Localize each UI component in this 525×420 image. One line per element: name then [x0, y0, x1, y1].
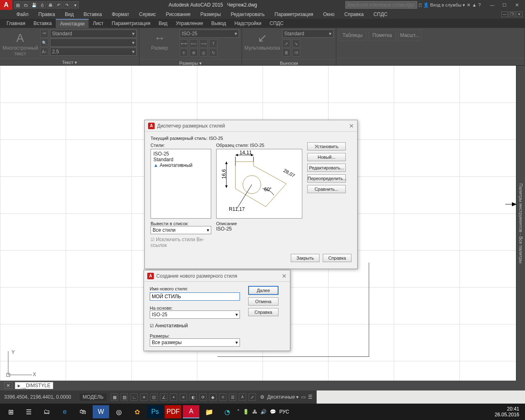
start-button[interactable]: ⊞: [2, 405, 19, 418]
polar-toggle-icon[interactable]: ✶: [140, 393, 148, 401]
mdi-minimize-icon[interactable]: —: [501, 11, 508, 17]
workspace-switch-icon[interactable]: ⚙: [260, 394, 265, 400]
leaderstyle-combo[interactable]: Standard▾: [282, 30, 333, 38]
list-item[interactable]: ▲ Аннотативный: [153, 162, 208, 168]
ortho-toggle-icon[interactable]: ∟: [130, 393, 138, 401]
autocad-icon[interactable]: A: [183, 405, 199, 418]
maximize-button[interactable]: ☐: [499, 1, 510, 9]
panel-text-title[interactable]: Текст ▾: [0, 58, 139, 66]
menu-parametric[interactable]: Параметризация: [274, 11, 313, 17]
grid-toggle-icon[interactable]: ▦: [111, 393, 118, 401]
dim-inspect-icon[interactable]: ◎: [199, 48, 208, 57]
menu-tools[interactable]: Сервис: [139, 11, 156, 17]
system-tray[interactable]: ˄ 🔋 🖧 🔊 💬 РУС: [237, 409, 289, 415]
qp-toggle-icon[interactable]: ☰: [229, 393, 236, 401]
dim-quick-icon[interactable]: ⟸: [189, 39, 198, 48]
tray-network-icon[interactable]: 🖧: [252, 409, 257, 415]
newname-input[interactable]: [150, 292, 240, 301]
multiline-text-button[interactable]: AМногострочный текст: [2, 30, 38, 57]
app2-icon[interactable]: ◔: [219, 405, 235, 418]
tray-lang[interactable]: РУС: [279, 409, 289, 415]
folder-icon[interactable]: 📁: [201, 405, 217, 418]
dyn-toggle-icon[interactable]: +: [170, 393, 177, 401]
command-line[interactable]: ▶__DIMSTYLE: [15, 382, 53, 389]
signin-button[interactable]: 👤 Вход в службы ▾: [423, 2, 465, 8]
multileader-button[interactable]: ↙Мультивыноска: [244, 30, 280, 51]
chrome-icon[interactable]: ◎: [111, 405, 127, 418]
pdf-icon[interactable]: PDF: [165, 405, 181, 418]
3dosnap-toggle-icon[interactable]: ◆: [209, 393, 217, 401]
mdi-close-icon[interactable]: ✕: [516, 11, 523, 17]
lwt-toggle-icon[interactable]: ≡: [180, 393, 187, 401]
annoscale-toggle-icon[interactable]: ⤢: [249, 393, 256, 401]
extra-markup-button[interactable]: Пометка: [369, 30, 396, 41]
qat-undo-icon[interactable]: ↶: [55, 1, 62, 9]
menu-window[interactable]: Окно: [323, 11, 335, 17]
cmdline-close-icon[interactable]: ✕: [4, 382, 12, 389]
dim-break-icon[interactable]: ⤒: [209, 39, 217, 48]
transparency-toggle-icon[interactable]: ◐: [189, 393, 197, 401]
menu-edit[interactable]: Правка: [39, 11, 55, 17]
dimstyle-close-icon[interactable]: ✕: [349, 123, 354, 129]
menu-insert[interactable]: Вставка: [84, 11, 102, 17]
tab-view[interactable]: Вид: [155, 19, 172, 27]
close-button[interactable]: Закрыть: [291, 254, 320, 262]
osnap-toggle-icon[interactable]: ⊡: [150, 393, 158, 401]
info-center-icon[interactable]: ⍞: [419, 2, 422, 7]
cycling-toggle-icon[interactable]: ⟳: [199, 393, 207, 401]
newstyle-close-icon[interactable]: ✕: [282, 273, 287, 279]
tab-spds[interactable]: СПДС: [265, 19, 288, 27]
help-button[interactable]: Справка: [248, 308, 278, 316]
a360-icon[interactable]: ▲: [472, 2, 477, 7]
list-item[interactable]: Standard: [153, 157, 208, 162]
menu-dimension[interactable]: Размеры: [201, 11, 221, 17]
cancel-button[interactable]: Отмена: [248, 297, 278, 306]
extra-tables-button[interactable]: Таблицы: [339, 30, 366, 41]
tab-home[interactable]: Главная: [2, 19, 30, 27]
taskview-icon[interactable]: ☰: [21, 405, 37, 418]
qat-print-icon[interactable]: 🖶: [47, 1, 54, 9]
menu-format[interactable]: Формат: [112, 11, 129, 17]
tray-volume-icon[interactable]: 🔊: [260, 409, 267, 415]
textstyle-combo[interactable]: Standard▾: [50, 30, 137, 38]
close-button[interactable]: ✕: [511, 1, 523, 9]
exclude-xref-checkbox[interactable]: ☑ Исключить стили Вн-ссылок: [151, 237, 211, 248]
usefor-combo[interactable]: Все размеры▾: [150, 338, 240, 347]
menu-view[interactable]: Вид: [65, 11, 74, 17]
tab-addins[interactable]: Надстройки: [230, 19, 265, 27]
dim-linear-icon[interactable]: ⟷: [180, 39, 188, 48]
styles-listbox[interactable]: ISO-25 Standard ▲ Аннотативный: [151, 149, 211, 219]
qat-saveas-icon[interactable]: ⎙: [39, 1, 46, 9]
tab-sheet[interactable]: Лист: [89, 19, 107, 27]
qat-open-icon[interactable]: 🗀: [22, 1, 30, 9]
textheight-combo[interactable]: 2.5▾: [50, 48, 137, 56]
app-logo[interactable]: A: [0, 0, 12, 10]
tab-output[interactable]: Вывод: [207, 19, 230, 27]
help-search-input[interactable]: [345, 1, 417, 9]
dim-center-icon[interactable]: ⊕: [189, 48, 198, 57]
explorer-icon[interactable]: 🗂: [39, 405, 55, 418]
leader-add-icon[interactable]: ➚: [282, 39, 290, 48]
leader-collect-icon[interactable]: ⮆: [292, 48, 300, 57]
edge-icon[interactable]: e: [57, 405, 73, 418]
modelspace-toggle[interactable]: МОДЕЛЬ: [80, 393, 107, 401]
menu-help[interactable]: Справка: [345, 11, 364, 17]
dim-update-icon[interactable]: ↻: [209, 48, 217, 57]
taskbar-clock[interactable]: 20:4126.05.2016: [495, 406, 523, 418]
menu-draw[interactable]: Рисование: [166, 11, 190, 17]
qat-redo-icon[interactable]: ↷: [63, 1, 71, 9]
continue-button[interactable]: Далее: [248, 286, 278, 295]
dimstyle-combo[interactable]: ISO-25▾: [180, 30, 239, 38]
showlist-combo[interactable]: Все стили▾: [151, 226, 211, 234]
custom-status-icon[interactable]: ☰: [308, 394, 313, 400]
qat-new-icon[interactable]: ▤: [14, 1, 21, 9]
photoshop-icon[interactable]: Ps: [147, 405, 163, 418]
otrack-toggle-icon[interactable]: ∠: [160, 393, 167, 401]
dimension-button[interactable]: ↔Размер: [142, 30, 177, 51]
modify-button[interactable]: Редактировать...: [307, 164, 346, 172]
setcurrent-button[interactable]: Установить: [307, 142, 346, 151]
mdi-restore-icon[interactable]: ❐: [509, 11, 515, 17]
leader-remove-icon[interactable]: ➘: [292, 39, 300, 48]
tab-parametric[interactable]: Параметризация: [107, 19, 154, 27]
dim-tol-icon[interactable]: ±: [180, 48, 188, 57]
